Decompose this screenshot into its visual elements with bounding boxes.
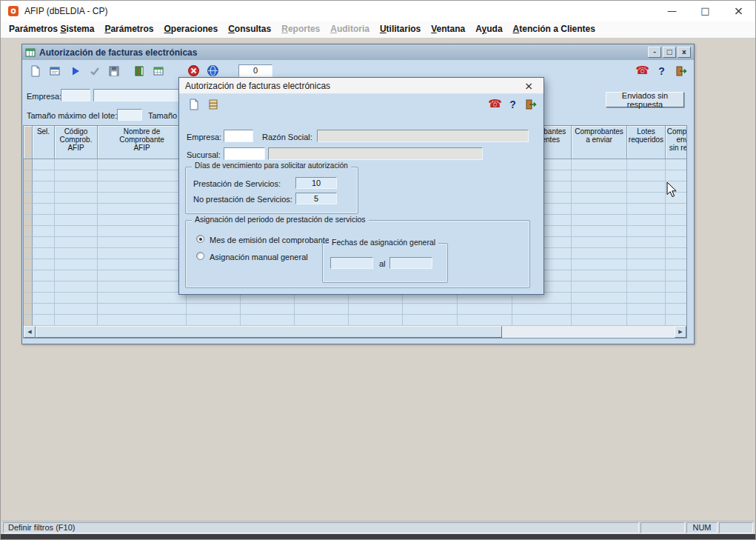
grid-cell bbox=[55, 226, 98, 237]
grid-header-cell[interactable]: Sel. bbox=[33, 126, 55, 159]
new-document-icon[interactable] bbox=[185, 96, 202, 113]
grid-header-cell[interactable] bbox=[24, 126, 33, 159]
menu-auditoria: Auditoria bbox=[325, 21, 375, 38]
grid-cell bbox=[33, 315, 55, 326]
lot-book-icon[interactable] bbox=[130, 62, 147, 79]
menu-ventana[interactable]: Ventana bbox=[426, 21, 470, 38]
grid-cell bbox=[24, 226, 33, 237]
grid-cell bbox=[572, 270, 627, 281]
grid-cell bbox=[512, 304, 572, 315]
menu-consultas[interactable]: Consultas bbox=[223, 21, 276, 38]
grid-cell bbox=[666, 159, 687, 170]
grid-cell bbox=[627, 215, 666, 226]
grid-cell bbox=[33, 237, 55, 248]
grid-header-cell[interactable]: Código Comprob. AFIP bbox=[55, 126, 98, 159]
grid-cell bbox=[627, 315, 666, 326]
child-maximize-button[interactable]: □ bbox=[663, 47, 676, 58]
grid-cell bbox=[666, 204, 687, 215]
confirm-icon[interactable] bbox=[86, 62, 103, 79]
al-label: al bbox=[379, 259, 386, 268]
vencimiento-group-title: Días de vencimiento para solicitar autor… bbox=[192, 161, 351, 170]
no-prestacion-field[interactable]: 5 bbox=[295, 193, 337, 204]
grid-cell bbox=[98, 315, 187, 326]
maximize-button[interactable]: □ bbox=[689, 1, 722, 21]
menu-utilitarios[interactable]: Utilitarios bbox=[375, 21, 426, 38]
table-view-icon[interactable] bbox=[150, 62, 167, 79]
run-icon[interactable] bbox=[67, 62, 84, 79]
grid-cell bbox=[666, 281, 687, 293]
properties-icon[interactable] bbox=[46, 62, 63, 79]
child-minimize-button[interactable]: - bbox=[648, 47, 661, 58]
menu-atencion-clientes[interactable]: Atención a Clientes bbox=[508, 21, 601, 38]
grid-header-cell[interactable]: Comprobantes a enviar bbox=[572, 126, 627, 159]
phone-icon[interactable]: ☎ bbox=[634, 62, 651, 79]
child-titlebar[interactable]: Autorización de facturas electrónicas - … bbox=[22, 44, 694, 60]
grid-cell bbox=[55, 315, 98, 326]
grid-cell bbox=[33, 159, 55, 170]
grid-cell bbox=[627, 237, 666, 248]
table-row[interactable] bbox=[24, 304, 686, 315]
grid-cell bbox=[33, 293, 55, 304]
grid-cell bbox=[33, 181, 55, 193]
grid-cell bbox=[349, 304, 403, 315]
menu-parametros-sistema[interactable]: Parámetros Sistema bbox=[4, 21, 99, 38]
cards-icon[interactable] bbox=[204, 96, 221, 113]
grid-cell bbox=[33, 281, 55, 293]
radio-mes-emision[interactable] bbox=[196, 235, 204, 243]
grid-cell bbox=[627, 281, 666, 293]
sucursal-field[interactable] bbox=[224, 147, 265, 160]
grid-header-cell[interactable]: Lotes requeridos bbox=[627, 126, 666, 159]
radio-asignacion-manual[interactable] bbox=[196, 252, 204, 260]
empresa-field[interactable] bbox=[224, 130, 253, 142]
close-button[interactable]: × bbox=[722, 1, 755, 21]
menu-parametros[interactable]: Parámetros bbox=[99, 21, 158, 38]
grid-cell bbox=[512, 315, 572, 326]
help-icon[interactable]: ? bbox=[504, 96, 521, 113]
scrollbar-thumb[interactable] bbox=[36, 326, 502, 338]
status-message: Definir filtros (F10) bbox=[3, 522, 639, 533]
razon-social-field bbox=[317, 130, 529, 142]
enviados-sin-respuesta-button[interactable]: Enviados sin respuesta bbox=[606, 92, 684, 107]
scroll-left-icon[interactable]: ◀ bbox=[24, 326, 36, 338]
grid-cell bbox=[55, 293, 98, 304]
horizontal-scrollbar: ◀ ▶ bbox=[24, 326, 686, 338]
phone-icon[interactable]: ☎ bbox=[486, 96, 504, 113]
scroll-right-icon[interactable]: ▶ bbox=[675, 326, 686, 338]
exit-icon[interactable] bbox=[522, 96, 539, 113]
menu-ayuda[interactable]: Ayuda bbox=[470, 21, 507, 38]
dialog-close-icon[interactable]: × bbox=[520, 80, 538, 92]
grid-header-cell[interactable]: Comprobantes enviados sin respuesta bbox=[666, 126, 687, 159]
new-document-icon[interactable] bbox=[27, 62, 44, 79]
num-lock-indicator: NUM bbox=[686, 522, 717, 533]
scrollbar-track[interactable] bbox=[502, 326, 675, 338]
menu-reportes: Reportes bbox=[276, 21, 325, 38]
grid-cell bbox=[572, 248, 627, 259]
save-icon[interactable] bbox=[105, 62, 122, 79]
grid-cell bbox=[666, 237, 687, 248]
radio-selected-dot bbox=[199, 238, 202, 241]
razon-social-label: Razón Social: bbox=[262, 133, 312, 141]
child-close-button[interactable]: x bbox=[678, 47, 691, 58]
grid-cell bbox=[24, 204, 33, 215]
menu-bar: Parámetros Sistema Parámetros Operacione… bbox=[1, 21, 755, 39]
grid-header-cell[interactable]: Nombre de Comprobante AFIP bbox=[98, 126, 187, 159]
autorizacion-dialog: Autorización de facturas electrónicas × … bbox=[178, 77, 544, 295]
menu-operaciones[interactable]: Operaciones bbox=[158, 21, 223, 38]
sucursal-label: Sucursal: bbox=[187, 150, 221, 159]
prestacion-field[interactable]: 10 bbox=[295, 177, 337, 189]
empresa-label: Empresa: bbox=[187, 133, 221, 141]
grid-cell bbox=[33, 215, 55, 226]
grid-cell bbox=[33, 270, 55, 281]
lot-counter-field[interactable]: 0 bbox=[238, 64, 272, 77]
grid-cell bbox=[55, 181, 98, 193]
grid-cell bbox=[241, 315, 295, 326]
minimize-button[interactable]: — bbox=[655, 1, 689, 21]
empresa-field[interactable] bbox=[61, 89, 90, 101]
tamano-lote-field[interactable] bbox=[117, 109, 142, 121]
grid-cell bbox=[403, 315, 458, 326]
table-row[interactable] bbox=[24, 315, 686, 326]
help-icon[interactable]: ? bbox=[653, 62, 670, 79]
grid-cell bbox=[24, 259, 33, 270]
dialog-titlebar[interactable]: Autorización de facturas electrónicas × bbox=[179, 78, 543, 94]
exit-icon[interactable] bbox=[672, 62, 689, 79]
